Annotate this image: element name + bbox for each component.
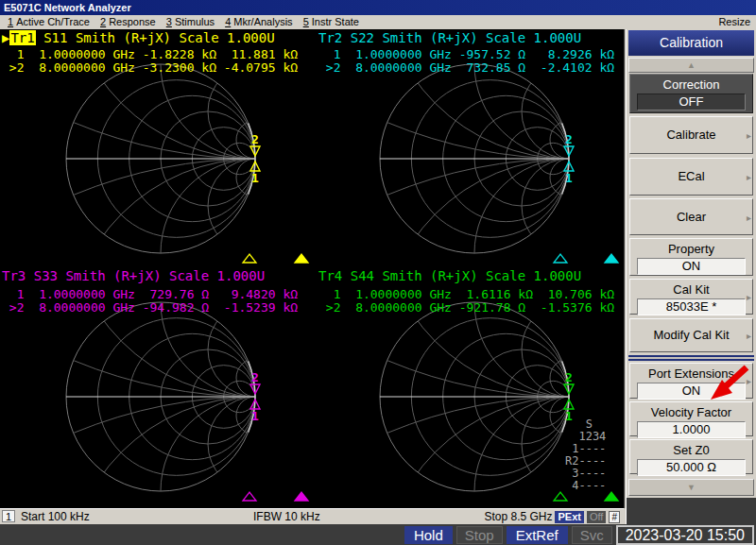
stop-status: Stop bbox=[456, 526, 503, 544]
softkey-panel-footer bbox=[627, 498, 756, 524]
scroll-up-icon: ▲ bbox=[687, 60, 696, 70]
trace2-marker2-readout: >2 8.0000000 GHz 732.85 Ω -2.4102 kΩ bbox=[318, 61, 614, 75]
softkey-scroll-down-button[interactable]: ▼ bbox=[628, 479, 754, 496]
start-frequency-label: Start 100 kHz bbox=[21, 510, 90, 523]
trace4-header[interactable]: Tr4 S44 Smith (R+jX) Scale 1.000U bbox=[318, 268, 581, 283]
menu-active-ch-trace[interactable]: 1Active Ch/Trace bbox=[8, 15, 90, 29]
svg-text:1: 1 bbox=[565, 171, 573, 185]
port-extension-badge: PExt bbox=[555, 511, 583, 523]
hash-badge: # bbox=[609, 511, 620, 523]
svg-text:1: 1 bbox=[251, 409, 259, 423]
softkey-scroll-up-button[interactable]: ▲ bbox=[628, 58, 754, 73]
trace3-marker1-readout: 1 1.0000000 GHz 729.76 Ω 9.4820 kΩ bbox=[2, 288, 298, 301]
svg-text:2: 2 bbox=[251, 370, 259, 384]
trace3-marker2-readout: >2 8.0000000 GHz -94.982 Ω -1.5239 kΩ bbox=[2, 301, 298, 315]
softkey-separator bbox=[628, 355, 754, 361]
trace4-marker2-readout: >2 8.0000000 GHz -921.78 Ω -1.5376 kΩ bbox=[318, 301, 614, 315]
stop-frequency-label: Stop 8.5 GHz bbox=[484, 510, 552, 523]
trace2-header[interactable]: Tr2 S22 Smith (R+jX) Scale 1.000U bbox=[318, 30, 581, 45]
softkey-correction[interactable]: Correction OFF bbox=[629, 74, 753, 113]
instrument-status-bar: Hold Stop ExtRef Svc 2023-03-20 15:50 bbox=[0, 524, 756, 545]
softkey-calibrate[interactable]: Calibrate ▸ bbox=[629, 116, 753, 154]
svg-text:2: 2 bbox=[251, 132, 259, 146]
hold-status: Hold bbox=[404, 526, 453, 544]
trace1-marker1-readout: 1 1.0000000 GHz -1.8228 kΩ 11.881 kΩ bbox=[2, 48, 298, 61]
channel-status-bar: 1 Start 100 kHz IFBW 10 kHz Stop 8.5 GHz… bbox=[0, 508, 624, 524]
property-state: ON bbox=[637, 258, 746, 275]
svg-text:1: 1 bbox=[251, 171, 259, 185]
clock-display: 2023-03-20 15:50 bbox=[616, 525, 754, 545]
window-title: E5071C Network Analyzer bbox=[4, 2, 131, 13]
set-z0-value: 50.000 Ω bbox=[637, 459, 746, 476]
softkey-property[interactable]: Property ON bbox=[629, 238, 753, 276]
menu-mkr-analysis[interactable]: 4Mkr/Analysis bbox=[225, 15, 292, 29]
trace1-marker2-readout: >2 8.0000000 GHz -3.2300 kΩ -4.0795 kΩ bbox=[2, 61, 298, 75]
trace2-marker1-readout: 1 1.0000000 GHz -957.52 Ω 8.2926 kΩ bbox=[318, 48, 614, 61]
submenu-arrow-icon: ▸ bbox=[747, 130, 751, 141]
trace1-name: Tr1 bbox=[9, 30, 35, 45]
window-titlebar: E5071C Network Analyzer bbox=[0, 0, 756, 15]
softkey-ecal[interactable]: ECal ▸ bbox=[629, 158, 753, 196]
menu-bar: 1Active Ch/Trace 2Response 3Stimulus 4Mk… bbox=[0, 15, 756, 29]
annotation-arrow-icon bbox=[703, 362, 752, 403]
scroll-down-icon: ▼ bbox=[687, 483, 696, 492]
softkey-velocity-factor[interactable]: Velocity Factor 1.0000 bbox=[629, 401, 753, 436]
correction-off-badge: Off bbox=[587, 511, 606, 523]
softkey-modify-cal-kit[interactable]: Modify Cal Kit ▸ bbox=[629, 318, 753, 352]
svg-text:2: 2 bbox=[565, 370, 573, 384]
correction-state: OFF bbox=[637, 94, 746, 111]
submenu-arrow-icon: ▸ bbox=[747, 331, 751, 341]
cal-kit-value: 85033E * bbox=[637, 298, 746, 315]
trace3-header[interactable]: Tr3 S33 Smith (R+jX) Scale 1.000U bbox=[2, 268, 265, 283]
svc-status: Svc bbox=[572, 526, 612, 544]
softkey-panel: Calibration ▲ Correction OFF Calibrate ▸… bbox=[626, 29, 756, 524]
menu-stimulus[interactable]: 3Stimulus bbox=[166, 15, 215, 29]
softkey-clear[interactable]: Clear ▸ bbox=[629, 198, 753, 235]
submenu-arrow-icon: ▸ bbox=[747, 292, 751, 302]
extref-status: ExtRef bbox=[507, 526, 568, 544]
ifbw-label: IFBW 10 kHz bbox=[253, 510, 320, 523]
channel-window: 21212121 ▶Tr1 S11 Smith (R+jX) Scale 1.0… bbox=[0, 29, 624, 508]
menu-instr-state[interactable]: 5Instr State bbox=[303, 15, 359, 29]
softkey-cal-kit[interactable]: Cal Kit 85033E * ▸ bbox=[629, 279, 753, 315]
sparameter-status-matrix: S 1234 1---- R2---- 3---- 4---- bbox=[565, 418, 606, 492]
analyzer-screen: E5071C Network Analyzer 1Active Ch/Trace… bbox=[0, 0, 756, 545]
resize-button[interactable]: Resize bbox=[718, 15, 750, 29]
channel-number-badge: 1 bbox=[2, 510, 15, 522]
submenu-arrow-icon: ▸ bbox=[747, 172, 751, 182]
menu-response[interactable]: 2Response bbox=[100, 15, 156, 29]
trace4-marker1-readout: 1 1.0000000 GHz 1.6116 kΩ 10.706 kΩ bbox=[318, 288, 614, 301]
velocity-factor-value: 1.0000 bbox=[637, 421, 746, 438]
svg-text:2: 2 bbox=[565, 132, 573, 146]
submenu-arrow-icon: ▸ bbox=[747, 212, 751, 222]
trace1-header[interactable]: ▶Tr1 S11 Smith (R+jX) Scale 1.000U bbox=[2, 30, 275, 45]
softkey-menu-title: Calibration bbox=[628, 30, 754, 56]
softkey-set-z0[interactable]: Set Z0 50.000 Ω bbox=[629, 439, 753, 474]
